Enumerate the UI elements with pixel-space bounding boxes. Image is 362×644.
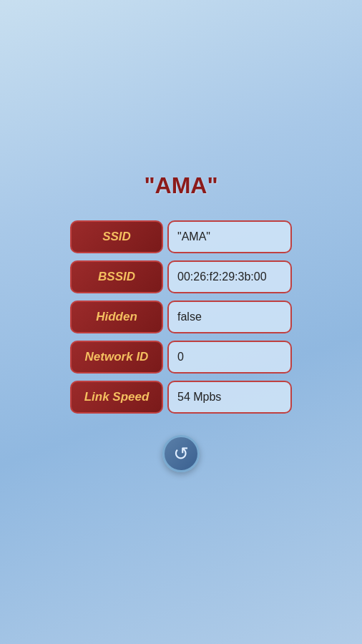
refresh-icon: ↻ [173,444,189,463]
table-row: Network ID0 [70,341,292,374]
field-value-bssid: 00:26:f2:29:3b:00 [167,260,292,293]
refresh-button[interactable]: ↻ [162,435,200,472]
fields-list: SSID"AMA"BSSID00:26:f2:29:3b:00Hiddenfal… [70,220,292,414]
field-value-link-speed: 54 Mpbs [167,381,292,414]
field-label-hidden: Hidden [70,301,163,333]
field-label-link-speed: Link Speed [70,381,163,414]
page-title: "AMA" [144,172,217,199]
table-row: SSID"AMA" [70,220,292,253]
main-container: "AMA" SSID"AMA"BSSID00:26:f2:29:3b:00Hid… [70,172,292,472]
table-row: Link Speed54 Mpbs [70,381,292,414]
field-label-ssid: SSID [70,220,163,253]
table-row: Hiddenfalse [70,301,292,333]
field-label-bssid: BSSID [70,260,163,293]
field-value-network-id: 0 [167,341,292,374]
field-value-ssid: "AMA" [167,220,292,253]
field-value-hidden: false [167,301,292,333]
field-label-network-id: Network ID [70,341,163,374]
table-row: BSSID00:26:f2:29:3b:00 [70,260,292,293]
